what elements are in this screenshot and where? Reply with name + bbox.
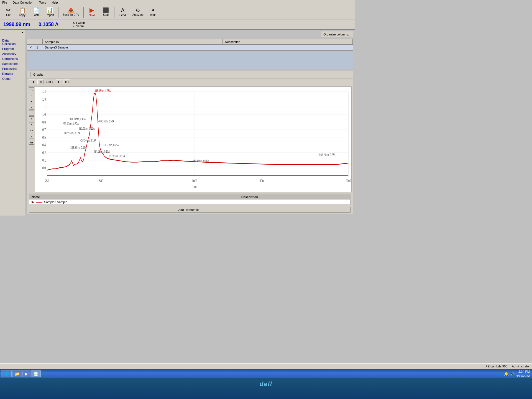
main-content: ✕ Data Collection Program Accessory Corr… <box>0 30 355 216</box>
sample-table-wrapper: Sample ID Description ✓ 1 Sample3.Sample <box>27 39 353 51</box>
select-tool[interactable]: ↖ <box>29 93 34 98</box>
status-bar: 1999.99 nm 0.1058 A Slit width 2.70 nm <box>0 19 355 30</box>
start-icon: ▶ <box>89 7 94 13</box>
autozero-icon: ⊙ <box>136 8 140 13</box>
svg-text:0.4: 0.4 <box>42 143 46 147</box>
graph-container: 🔍 ↖ ⊕ T ← ≡ ∧ Aa i 📷 <box>28 86 352 192</box>
sidebar-item-corrections[interactable]: Corrections <box>1 57 24 61</box>
sidebar: ✕ Data Collection Program Accessory Corr… <box>0 30 25 216</box>
svg-text:301.01nm, 0.46A: 301.01nm, 0.46A <box>70 117 86 121</box>
first-page-button[interactable]: |◄ <box>29 80 36 84</box>
slit-value: 2.70 nm <box>73 24 85 28</box>
spectrum-graph: 1.4 1.3 1.1 1.0 0.8 0.7 0.5 0.4 0.2 0.1 … <box>35 87 351 192</box>
svg-text:0.0: 0.0 <box>42 166 46 170</box>
graphs-tab-button[interactable]: Graphs <box>30 72 46 77</box>
svg-text:536.63nm, 0.25A: 536.63nm, 0.25A <box>103 144 119 147</box>
sidebar-item-accessory[interactable]: Accessory <box>1 52 24 56</box>
cut-button[interactable]: ✂ Cut <box>2 7 14 17</box>
svg-text:1938.29nm, 0.26A: 1938.29nm, 0.26A <box>318 153 335 157</box>
paste-label: Paste <box>32 14 40 17</box>
start-label: Start <box>89 14 95 17</box>
svg-text:446.05nm, 1.35A: 446.05nm, 1.35A <box>94 89 111 93</box>
svg-text:0.2: 0.2 <box>42 151 46 155</box>
peak-tool[interactable]: ∧ <box>29 122 34 127</box>
send-to-dpv-icon: 📤 <box>68 8 74 13</box>
send-to-dpv-label: Send To DPV <box>63 13 79 16</box>
prev-page-button[interactable]: ◄ <box>37 80 44 84</box>
sidebar-item-program[interactable]: Program <box>1 47 24 51</box>
menu-help[interactable]: Help <box>50 1 59 4</box>
menu-data-collection[interactable]: Data Collection <box>12 1 35 4</box>
legend-desc-cell <box>239 200 350 205</box>
graphs-tab-bar: Graphs <box>27 71 353 78</box>
svg-text:2000: 2000 <box>346 179 351 183</box>
stop-label: Stop <box>103 13 109 16</box>
check-cell: ✓ <box>27 45 34 50</box>
svg-text:1.3: 1.3 <box>42 97 46 101</box>
paste-button[interactable]: 📄 Paste <box>30 7 42 17</box>
sidebar-item-data-collection[interactable]: Data Collection <box>1 38 24 46</box>
separator-2 <box>83 7 84 18</box>
last-page-button[interactable]: ►| <box>63 80 70 84</box>
toolbar: ✂ Cut 📋 Copy 📄 Paste 📊 Report 📤 Send To … <box>0 5 355 19</box>
menu-bar: File Data Collection Tools Help <box>0 0 355 5</box>
svg-text:0.7: 0.7 <box>42 128 46 132</box>
sidebar-close-button[interactable]: ✕ <box>21 31 24 34</box>
text-tool[interactable]: Aa <box>29 128 34 133</box>
menu-file[interactable]: File <box>1 1 8 4</box>
set-a-label: Set A <box>119 14 126 17</box>
svg-text:0.8: 0.8 <box>42 120 46 124</box>
grid-tool[interactable]: ≡ <box>29 116 34 121</box>
svg-text:460.16nm, 0.54A: 460.16nm, 0.54A <box>98 119 114 123</box>
graphs-section: Graphs |◄ ◄ 1 of 1 ► ►| 🔍 ↖ ⊕ T ← ≡ <box>27 71 353 214</box>
svg-text:0.1: 0.1 <box>42 158 46 162</box>
next-page-button[interactable]: ► <box>56 80 62 84</box>
report-icon: 📊 <box>47 7 53 13</box>
start-button[interactable]: ▶ Start <box>86 6 98 18</box>
align-icon: ✦ <box>151 8 155 13</box>
list-item: ▶ Sample3.Sample <box>29 200 351 205</box>
stop-button[interactable]: ⬛ Stop <box>100 7 112 17</box>
svg-text:250: 250 <box>45 179 49 183</box>
legend-table: Name Description ▶ Sample3.Sample <box>29 195 351 205</box>
legend-name-cell: ▶ Sample3.Sample <box>29 200 239 205</box>
report-label: Report <box>46 14 54 17</box>
absorbance-display: 0.1058 A <box>39 22 58 27</box>
table-row[interactable]: ✓ 1 Sample3.Sample <box>27 45 353 50</box>
sidebar-item-results[interactable]: Results <box>1 71 24 76</box>
arrow-tool[interactable]: ← <box>29 111 34 116</box>
svg-text:0.5: 0.5 <box>42 135 46 139</box>
label-tool[interactable]: T <box>29 105 34 110</box>
cut-icon: ✂ <box>6 7 11 13</box>
svg-text:278.90nm, 0.57A: 278.90nm, 0.57A <box>63 122 79 126</box>
paste-icon: 📄 <box>33 7 40 13</box>
svg-text:1500: 1500 <box>258 179 264 183</box>
zoom-tool[interactable]: 🔍 <box>29 87 34 92</box>
organize-columns-button[interactable]: Organize columns... <box>321 32 353 37</box>
copy-button[interactable]: 📋 Copy <box>16 7 28 17</box>
graph-legend: Name Description ▶ Sample3.Sample <box>27 193 353 206</box>
svg-text:380.06nm, 0.12A: 380.06nm, 0.12A <box>79 127 95 130</box>
set-a-button[interactable]: Λ Set A <box>117 7 129 17</box>
crosshair-tool[interactable]: ⊕ <box>29 99 34 104</box>
check-header <box>27 39 34 45</box>
sidebar-item-sample-info[interactable]: Sample Info <box>1 62 24 66</box>
send-to-dpv-button[interactable]: 📤 Send To DPV <box>61 7 81 17</box>
sample-id-cell: Sample3.Sample <box>43 45 223 50</box>
menu-tools[interactable]: Tools <box>38 1 47 4</box>
info-tool[interactable]: i <box>29 134 34 139</box>
autozero-button[interactable]: ⊙ Autozero <box>131 7 145 17</box>
report-button[interactable]: 📊 Report <box>44 7 56 17</box>
align-button[interactable]: ✦ Align <box>147 7 159 17</box>
set-a-icon: Λ <box>121 7 124 13</box>
separator-3 <box>114 7 114 18</box>
sidebar-item-processing[interactable]: Processing <box>1 66 24 71</box>
legend-sample-name: Sample3.Sample <box>44 200 67 204</box>
svg-text:418.36nm, 0.19A: 418.36nm, 0.19A <box>80 139 96 142</box>
add-reference-button[interactable]: Add Reference... <box>29 207 351 213</box>
sidebar-item-output[interactable]: Output <box>1 76 24 81</box>
svg-text:1.1: 1.1 <box>42 105 46 109</box>
wavelength-display: 1999.99 nm <box>3 22 30 27</box>
svg-text:333.94nm, 0.16A: 333.94nm, 0.16A <box>70 146 86 149</box>
camera-tool[interactable]: 📷 <box>29 140 34 145</box>
